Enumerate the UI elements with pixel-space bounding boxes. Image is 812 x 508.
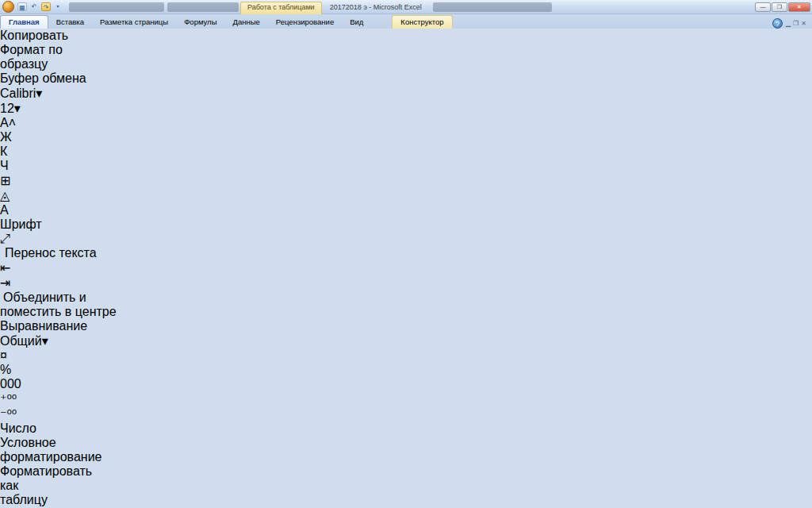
ribbon: Вставить▾ Вырезать Копировать Формат по … [0, 0, 812, 508]
restore-button[interactable]: ❐ [772, 2, 787, 12]
tab-dannye[interactable]: Данные [224, 16, 267, 29]
borders-icon[interactable]: ⊞ [0, 173, 98, 188]
increase-decimal-icon[interactable]: ⁺⁰⁰ [0, 391, 108, 406]
workbook-window-controls[interactable]: ▁❐✕ [786, 20, 809, 27]
group-styles: Условное форматирование Форматировать ка… [0, 436, 121, 508]
tab-formuly[interactable]: Формулы [176, 16, 224, 29]
bold-button[interactable]: Ж [0, 130, 98, 144]
ribbon-tab-row: Главная Вставка Разметка страницы Формул… [0, 14, 812, 29]
fill-color-icon[interactable]: ◬ [0, 188, 98, 203]
grow-font-icon[interactable]: A˄ [0, 116, 98, 130]
currency-icon[interactable]: ¤ [0, 348, 108, 363]
contextual-tab-title: Работа с таблицами [240, 2, 322, 14]
orientation-icon[interactable]: ⤢ [0, 232, 147, 246]
group-label-clipboard: Буфер обмена [0, 71, 89, 86]
number-format-combo[interactable]: Общий▾ [0, 333, 108, 348]
title-bar: ▦ ↶ ↷ ▾ Работа с таблицами 20172018 э - … [0, 0, 812, 14]
thousands-icon[interactable]: 000 [0, 377, 108, 391]
background-window-fragment [69, 2, 164, 12]
copy-button[interactable]: Копировать [0, 29, 89, 43]
font-name-combo[interactable]: Calibri▾ [0, 86, 51, 101]
background-window-fragment [167, 2, 239, 12]
merge-center-button[interactable]: Объединить и поместить в центре [0, 291, 117, 318]
font-size-combo[interactable]: 12▾ [0, 101, 22, 116]
wrap-text-button[interactable]: Перенос текста [5, 246, 97, 260]
save-icon[interactable]: ▦ [17, 2, 27, 11]
undo-icon[interactable]: ↶ [29, 2, 39, 11]
redo-icon[interactable]: ↷ [41, 2, 51, 11]
conditional-formatting-button[interactable]: Условное форматирование [0, 436, 44, 464]
qat-dropdown-icon[interactable]: ▾ [53, 2, 63, 11]
group-label-number: Число [0, 421, 108, 436]
close-button[interactable]: ✕ [788, 2, 810, 12]
group-font: Calibri▾ 12▾ A˄ Ж К Ч ⊞ ◬ A Шрифт [0, 86, 98, 232]
tab-vstavka[interactable]: Вставка [48, 16, 92, 29]
increase-indent-icon[interactable]: ⇥ [0, 275, 147, 291]
group-label-font: Шрифт [0, 217, 98, 232]
group-number: Общий▾ ¤ % 000 ⁺⁰⁰ ⁻⁰⁰ Число [0, 333, 108, 436]
tab-vid[interactable]: Вид [342, 16, 371, 29]
decrease-indent-icon[interactable]: ⇤ [0, 260, 147, 275]
font-color-icon[interactable]: A [0, 203, 98, 217]
window-controls: — ❐ ✕ [754, 2, 810, 12]
minimize-button[interactable]: — [755, 2, 771, 12]
format-painter-button[interactable]: Формат по образцу [0, 43, 89, 71]
decrease-decimal-icon[interactable]: ⁻⁰⁰ [0, 406, 108, 421]
window-title: 20172018 э - Microsoft Excel [330, 3, 422, 11]
underline-button[interactable]: Ч [0, 159, 98, 173]
format-as-table-button[interactable]: Форматировать как таблицу [0, 464, 46, 507]
italic-button[interactable]: К [0, 144, 98, 159]
quick-access-toolbar: ▦ ↶ ↷ ▾ [17, 2, 63, 11]
tab-recenzirovanie[interactable]: Рецензирование [268, 16, 342, 29]
tab-razmetka[interactable]: Разметка страницы [92, 16, 176, 29]
background-window-fragment [433, 2, 552, 12]
group-label-alignment: Выравнивание [0, 319, 147, 333]
help-icon[interactable]: ? [772, 18, 783, 29]
tab-glavnaya[interactable]: Главная [0, 15, 48, 29]
excel-window: ▦ ↶ ↷ ▾ Работа с таблицами 20172018 э - … [0, 0, 812, 508]
percent-icon[interactable]: % [0, 363, 108, 377]
tab-konstruktor[interactable]: Конструктор [392, 15, 452, 29]
group-alignment: ⤢ Перенос текста ⇤ ⇥ Объединить и помест… [0, 232, 147, 333]
office-button-icon[interactable] [2, 1, 14, 13]
